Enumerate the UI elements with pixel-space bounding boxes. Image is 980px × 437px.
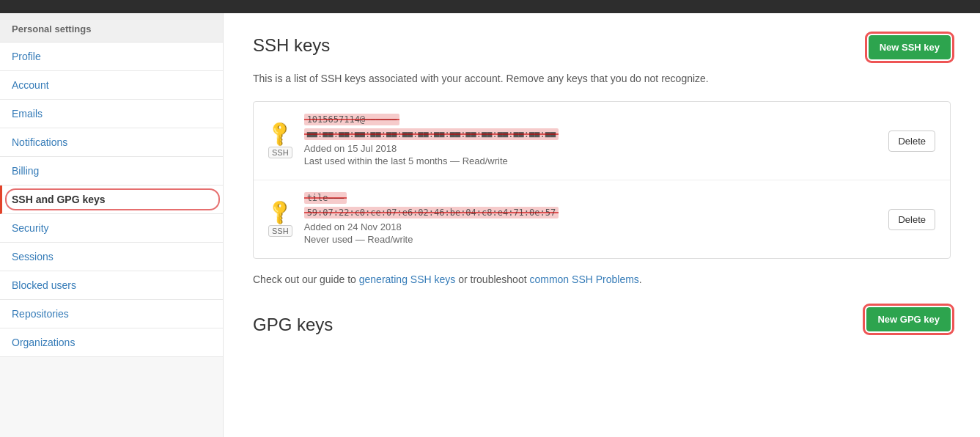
key-icon-area: 🔑 SSH (268, 123, 292, 158)
gpg-section-header: GPG keys New GPG key (253, 307, 951, 335)
footer-links: Check out our guide to generating SSH ke… (253, 273, 951, 285)
key-meta: Added on 15 Jul 2018 Last used within th… (304, 143, 877, 166)
sidebar-item-notifications[interactable]: Notifications (0, 128, 223, 157)
gpg-title: GPG keys (253, 315, 333, 335)
sidebar-header: Personal settings (0, 13, 223, 43)
ssh-description: This is a list of SSH keys associated wi… (253, 71, 951, 87)
key-icon-2: 🔑 (265, 197, 295, 227)
main-content: SSH keys New SSH key This is a list of S… (224, 13, 980, 437)
new-gpg-key-button[interactable]: New GPG key (866, 307, 951, 331)
ssh-badge: SSH (268, 147, 292, 158)
key-icon: 🔑 (265, 118, 295, 148)
key-title-row: 1015657114@—————— (304, 114, 877, 125)
key-name: 1015657114@—————— (304, 114, 400, 125)
sidebar-item-security[interactable]: Security (0, 214, 223, 243)
sidebar: Personal settings Profile Account Emails… (0, 13, 224, 437)
sidebar-item-emails[interactable]: Emails (0, 100, 223, 128)
table-row: 🔑 SSH tile––– 59:07:22:c0:ce:07:e6:02:46… (254, 180, 950, 258)
layout: Personal settings Profile Account Emails… (0, 13, 980, 437)
key-icon-area-2: 🔑 SSH (268, 202, 292, 237)
key-meta-2: Added on 24 Nov 2018 Never used — Read/w… (304, 221, 877, 245)
common-ssh-problems-link[interactable]: common SSH Problems (529, 273, 638, 285)
sidebar-item-ssh-gpg-keys[interactable]: SSH and GPG keys (0, 186, 223, 214)
sidebar-item-billing[interactable]: Billing (0, 157, 223, 186)
sidebar-item-sessions[interactable]: Sessions (0, 243, 223, 271)
sidebar-item-repositories[interactable]: Repositories (0, 300, 223, 328)
delete-key-2-button[interactable]: Delete (888, 209, 935, 230)
key-info-2: tile––– 59:07:22:c0:ce:07:e6:02:46:be:04… (304, 192, 877, 246)
key-last-used-2: Never used — Read/write (304, 234, 877, 245)
key-last-used: Last used within the last 5 months — Rea… (304, 155, 877, 166)
ssh-keys-list: 🔑 SSH 1015657114@—————— ■■:■■:■■:■■:■■:■… (253, 101, 951, 259)
table-row: 🔑 SSH 1015657114@—————— ■■:■■:■■:■■:■■:■… (254, 102, 950, 180)
key-added-date: Added on 15 Jul 2018 (304, 143, 877, 154)
sidebar-item-profile[interactable]: Profile (0, 43, 223, 71)
key-name-2: tile––– (304, 192, 347, 204)
delete-key-1-button[interactable]: Delete (888, 131, 935, 152)
sidebar-item-blocked-users[interactable]: Blocked users (0, 271, 223, 300)
page-header: SSH keys New SSH key (253, 35, 951, 59)
key-fingerprint: ■■:■■:■■:■■:■■:■■:■■:■■:■■:■■:■■:■■:■■:■… (304, 128, 559, 140)
new-ssh-key-button[interactable]: New SSH key (869, 35, 951, 59)
top-bar (0, 0, 980, 13)
ssh-badge-2: SSH (268, 225, 292, 237)
key-fingerprint-2: 59:07:22:c0:ce:07:e6:02:46:be:04:c8:e4:7… (304, 207, 559, 218)
key-title-row-2: tile––– (304, 192, 877, 204)
key-info: 1015657114@—————— ■■:■■:■■:■■:■■:■■:■■:■… (304, 114, 877, 168)
key-added-date-2: Added on 24 Nov 2018 (304, 221, 877, 232)
sidebar-item-account[interactable]: Account (0, 71, 223, 100)
generating-ssh-keys-link[interactable]: generating SSH keys (359, 273, 456, 285)
sidebar-item-organizations[interactable]: Organizations (0, 328, 223, 357)
page-title: SSH keys (253, 35, 330, 56)
